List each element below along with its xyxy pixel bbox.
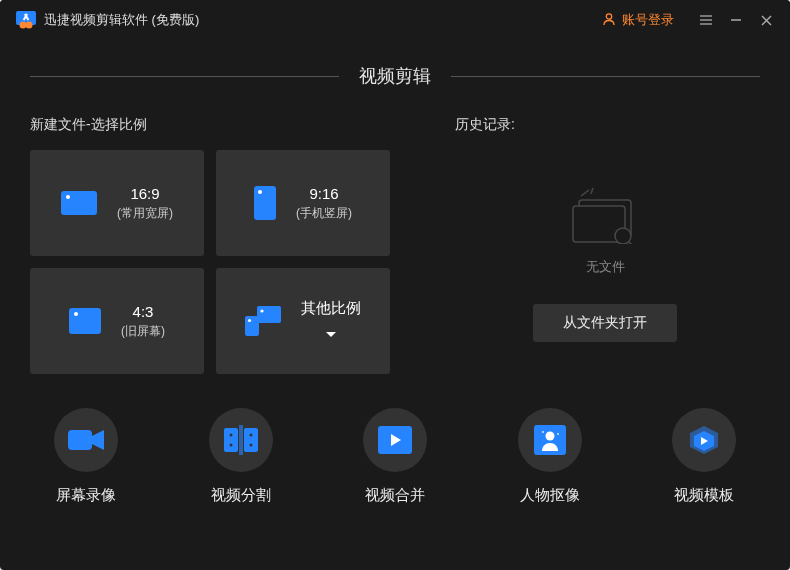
camera-icon [54, 408, 118, 472]
tool-screen-record[interactable]: 屏幕录像 [54, 408, 118, 505]
svg-line-22 [581, 190, 589, 196]
svg-point-13 [66, 195, 70, 199]
svg-point-5 [606, 13, 611, 18]
svg-rect-28 [68, 430, 92, 450]
svg-point-32 [229, 434, 232, 437]
ratio-text: 16:9 (常用宽屏) [117, 185, 173, 222]
divider-line [451, 76, 760, 77]
empty-text: 无文件 [586, 258, 625, 276]
merge-icon [363, 408, 427, 472]
tool-label: 人物抠像 [520, 486, 580, 505]
svg-line-27 [629, 242, 635, 244]
tool-video-template[interactable]: 视频模板 [672, 408, 736, 505]
ratio-grid: 16:9 (常用宽屏) 9:16 (手机竖屏) [30, 150, 390, 374]
svg-point-15 [258, 190, 262, 194]
content-row: 新建文件-选择比例 16:9 (常用宽屏) [30, 116, 760, 374]
ratio-card-other[interactable]: 其他比例 [216, 268, 390, 374]
template-icon [672, 408, 736, 472]
standard-icon [69, 308, 101, 334]
chevron-down-icon [325, 325, 337, 343]
app-logo-icon [16, 10, 36, 30]
main-content: 视频剪辑 新建文件-选择比例 16:9 (常用宽屏) [0, 64, 790, 505]
ratio-desc: (旧屏幕) [121, 323, 165, 340]
svg-point-34 [249, 434, 252, 437]
tool-label: 视频合并 [365, 486, 425, 505]
ratio-card-16-9[interactable]: 16:9 (常用宽屏) [30, 150, 204, 256]
titlebar: 迅捷视频剪辑软件 (免费版) 账号登录 [0, 0, 790, 40]
landscape-icon [61, 191, 97, 215]
user-icon [602, 12, 616, 29]
svg-rect-30 [244, 428, 258, 452]
app-window: 迅捷视频剪辑软件 (免费版) 账号登录 视频剪辑 [0, 0, 790, 570]
ratio-value: 4:3 [121, 303, 165, 320]
ratio-text: 其他比例 [301, 299, 361, 343]
empty-folder-icon [565, 188, 645, 248]
tool-video-split[interactable]: 视频分割 [209, 408, 273, 505]
tool-label: 视频模板 [674, 486, 734, 505]
tool-label: 视频分割 [211, 486, 271, 505]
svg-point-40 [557, 433, 559, 435]
portrait-icon [254, 186, 276, 220]
svg-point-17 [74, 312, 78, 316]
svg-rect-18 [257, 306, 281, 323]
ratio-text: 4:3 (旧屏幕) [121, 303, 165, 340]
svg-rect-16 [69, 308, 101, 334]
tool-label: 屏幕录像 [56, 486, 116, 505]
svg-point-38 [545, 432, 554, 441]
split-icon [209, 408, 273, 472]
menu-button[interactable] [698, 12, 714, 28]
window-controls [698, 12, 774, 28]
new-file-panel: 新建文件-选择比例 16:9 (常用宽屏) [30, 116, 390, 374]
new-file-label: 新建文件-选择比例 [30, 116, 390, 134]
svg-point-33 [229, 444, 232, 447]
svg-point-19 [260, 309, 263, 312]
tool-video-merge[interactable]: 视频合并 [363, 408, 427, 505]
login-label: 账号登录 [622, 11, 674, 29]
ratio-desc: (常用宽屏) [117, 205, 173, 222]
minimize-button[interactable] [728, 12, 744, 28]
ratio-value: 9:16 [296, 185, 352, 202]
svg-rect-29 [224, 428, 238, 452]
svg-rect-14 [254, 186, 276, 220]
ratio-value: 其他比例 [301, 299, 361, 318]
ratio-text: 9:16 (手机竖屏) [296, 185, 352, 222]
svg-rect-31 [239, 425, 243, 455]
svg-point-35 [249, 444, 252, 447]
svg-rect-20 [245, 316, 259, 336]
ratio-desc: (手机竖屏) [296, 205, 352, 222]
svg-point-39 [542, 431, 544, 433]
svg-rect-12 [61, 191, 97, 215]
app-title: 迅捷视频剪辑软件 (免费版) [44, 11, 594, 29]
close-button[interactable] [758, 12, 774, 28]
section-header: 视频剪辑 [30, 64, 760, 88]
svg-point-2 [26, 22, 33, 29]
ratio-card-4-3[interactable]: 4:3 (旧屏幕) [30, 268, 204, 374]
svg-line-23 [591, 188, 593, 194]
person-cutout-icon [518, 408, 582, 472]
divider-line [30, 76, 339, 77]
open-folder-button[interactable]: 从文件夹打开 [533, 304, 677, 342]
history-panel: 历史记录: 无文件 从文件夹打开 [450, 116, 760, 374]
ratio-value: 16:9 [117, 185, 173, 202]
svg-point-26 [615, 228, 631, 244]
ratio-card-9-16[interactable]: 9:16 (手机竖屏) [216, 150, 390, 256]
tool-portrait-matting[interactable]: 人物抠像 [518, 408, 582, 505]
svg-point-1 [20, 22, 27, 29]
multi-ratio-icon [245, 306, 281, 336]
history-label: 历史记录: [455, 116, 760, 134]
history-empty-area: 无文件 从文件夹打开 [450, 150, 760, 342]
svg-point-21 [248, 319, 251, 322]
login-button[interactable]: 账号登录 [594, 7, 682, 33]
tools-row: 屏幕录像 视频分割 视频合并 人物抠像 [30, 374, 760, 505]
section-title: 视频剪辑 [359, 64, 431, 88]
